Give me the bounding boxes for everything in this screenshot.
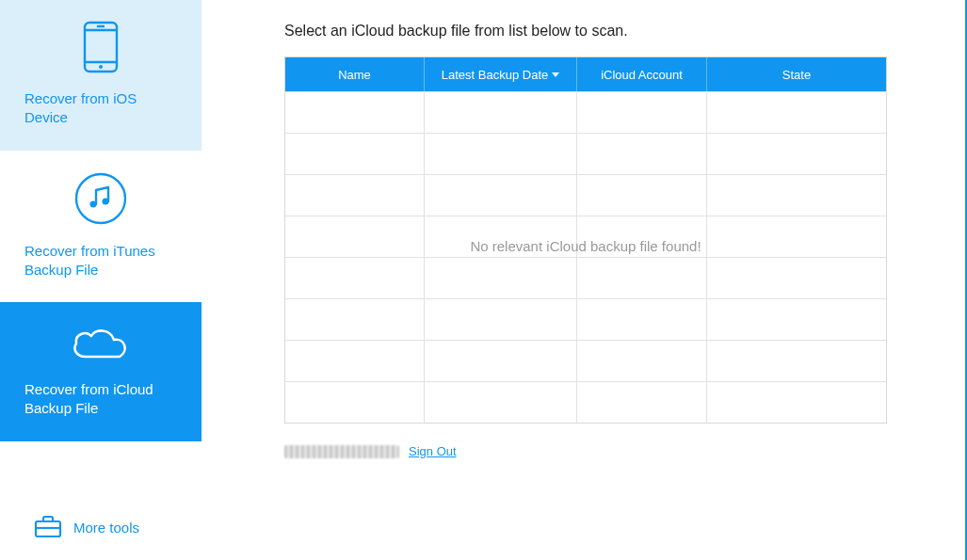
table-row <box>285 257 886 298</box>
col-header-latest-backup-date[interactable]: Latest Backup Date <box>425 57 577 91</box>
page-heading: Select an iCloud backup file from list b… <box>284 23 907 40</box>
svg-point-6 <box>90 200 97 207</box>
table-row <box>285 91 886 133</box>
more-tools-label: More tools <box>73 520 139 536</box>
sidebar-item-label: Recover from iCloud Backup File <box>19 380 183 419</box>
sort-desc-icon <box>552 72 559 77</box>
table-row <box>285 340 886 381</box>
table-body: No relevant iCloud backup file found! <box>285 91 886 423</box>
sign-out-link[interactable]: Sign Out <box>409 444 457 458</box>
main-panel: Select an iCloud backup file from list b… <box>201 0 965 560</box>
table-header-row: Name Latest Backup Date iCloud Account S… <box>285 57 886 91</box>
sidebar: Recover from iOS Device Recover from iTu… <box>0 0 201 560</box>
sidebar-item-recover-ios-device[interactable]: Recover from iOS Device <box>0 0 201 151</box>
sidebar-item-label: Recover from iTunes Backup File <box>19 242 183 280</box>
sidebar-item-recover-itunes-backup[interactable]: Recover from iTunes Backup File <box>0 151 201 303</box>
svg-point-3 <box>99 65 103 69</box>
cloud-icon <box>67 323 135 367</box>
iphone-icon <box>83 21 119 76</box>
col-header-name[interactable]: Name <box>285 57 425 91</box>
col-header-state[interactable]: State <box>707 57 886 91</box>
more-tools-button[interactable]: More tools <box>0 499 201 560</box>
account-row: Sign Out <box>284 444 907 458</box>
app-window: Recover from iOS Device Recover from iTu… <box>0 0 967 560</box>
account-email-obscured <box>284 445 399 458</box>
sidebar-item-label: Recover from iOS Device <box>19 89 183 128</box>
table-row <box>285 174 886 216</box>
svg-point-5 <box>76 174 125 223</box>
table-row <box>285 133 886 174</box>
backup-table: Name Latest Backup Date iCloud Account S… <box>284 56 887 424</box>
table-row <box>285 216 886 257</box>
table-row <box>285 298 886 340</box>
music-note-icon <box>73 171 128 229</box>
col-header-icloud-account[interactable]: iCloud Account <box>577 57 707 91</box>
svg-point-7 <box>103 198 109 204</box>
toolbox-icon <box>34 514 62 541</box>
sidebar-item-recover-icloud-backup[interactable]: Recover from iCloud Backup File <box>0 302 201 441</box>
table-row <box>285 381 886 423</box>
